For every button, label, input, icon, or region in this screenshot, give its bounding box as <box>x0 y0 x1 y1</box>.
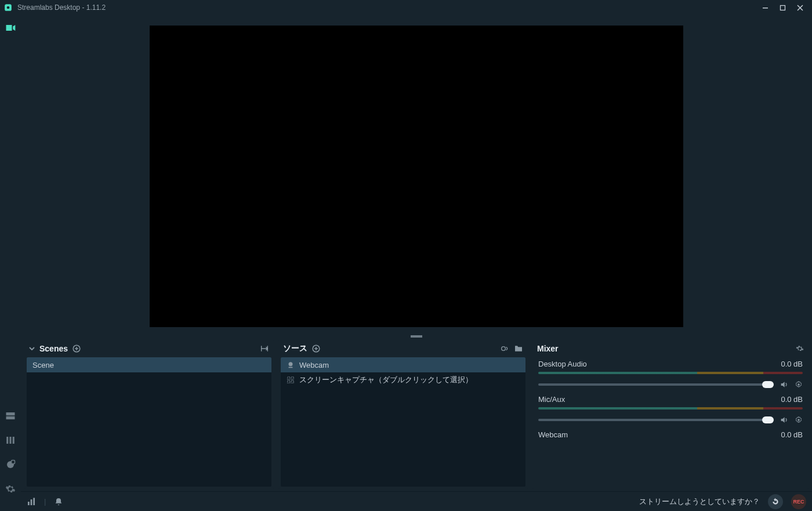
source-item[interactable]: スクリーンキャプチャ（ダブルクリックして選択） <box>281 372 525 387</box>
mixer-channel: Webcam 0.0 dB <box>538 430 803 439</box>
source-item-label: スクリーンキャプチャ（ダブルクリックして選択） <box>299 375 473 385</box>
svg-point-13 <box>502 347 506 351</box>
screen-capture-icon <box>287 376 295 384</box>
mixer-channel-name: Webcam <box>538 430 568 439</box>
svg-rect-4 <box>6 412 15 415</box>
svg-rect-24 <box>33 498 35 505</box>
slider-thumb[interactable] <box>762 416 774 423</box>
preview-area <box>21 15 812 338</box>
scenes-title: Scenes <box>39 344 68 353</box>
svg-point-21 <box>798 419 800 421</box>
svg-rect-8 <box>13 437 14 444</box>
source-effects-icon[interactable] <box>500 344 509 353</box>
footer-bar: | ストリームしようとしていますか？ REC <box>21 491 812 511</box>
titlebar: Streamlabs Desktop - 1.11.2 <box>0 0 812 15</box>
vu-meter <box>538 407 803 409</box>
scene-item-label: Scene <box>32 361 54 369</box>
mixer-list: Desktop Audio 0.0 dB <box>532 357 809 489</box>
source-item[interactable]: Webcam <box>281 357 525 372</box>
slider-thumb[interactable] <box>762 381 774 388</box>
speaker-icon[interactable] <box>780 380 789 389</box>
themes-icon[interactable] <box>3 433 17 447</box>
svg-rect-5 <box>6 416 15 419</box>
sources-panel: ソース <box>278 340 528 489</box>
svg-point-1 <box>7 6 10 9</box>
volume-slider[interactable] <box>538 419 774 421</box>
chevron-down-icon[interactable] <box>29 346 35 351</box>
svg-point-20 <box>798 383 800 386</box>
record-button[interactable]: REC <box>791 494 806 509</box>
record-label: REC <box>793 499 804 505</box>
preview-canvas[interactable] <box>150 26 683 327</box>
volume-slider[interactable] <box>538 383 774 386</box>
svg-rect-10 <box>12 461 15 464</box>
svg-rect-18 <box>288 380 290 383</box>
window-maximize-button[interactable] <box>774 0 791 15</box>
svg-rect-17 <box>291 377 293 379</box>
webcam-icon <box>287 361 295 369</box>
svg-rect-16 <box>288 377 290 379</box>
svg-rect-7 <box>10 437 12 444</box>
panel-resize-handle[interactable] <box>411 335 422 338</box>
gear-icon[interactable] <box>795 416 803 424</box>
stream-prompt-text: ストリームしようとしていますか？ <box>639 496 760 507</box>
svg-rect-3 <box>780 5 785 10</box>
mixer-channel: Mic/Aux 0.0 dB <box>538 395 803 425</box>
mixer-channel-name: Desktop Audio <box>538 360 587 368</box>
source-folder-icon[interactable] <box>514 344 523 353</box>
scene-transition-button[interactable] <box>260 344 269 353</box>
appstore-icon[interactable] <box>3 458 17 472</box>
left-rail <box>0 15 21 511</box>
window-minimize-button[interactable] <box>756 0 774 15</box>
sources-title: ソース <box>283 343 307 354</box>
svg-rect-19 <box>291 380 293 383</box>
svg-rect-22 <box>28 502 30 505</box>
app-icon <box>3 3 13 12</box>
mixer-channel-db: 0.0 dB <box>781 430 803 439</box>
stats-icon[interactable] <box>27 497 36 506</box>
add-source-button[interactable] <box>312 345 320 353</box>
mixer-settings-button[interactable] <box>796 345 804 353</box>
sources-list: Webcam スクリーンキャプチャ（ダブルクリックして選択） <box>281 357 525 487</box>
svg-point-14 <box>289 362 293 366</box>
svg-rect-6 <box>6 437 8 444</box>
window-close-button[interactable] <box>791 0 809 15</box>
notifications-icon[interactable] <box>54 497 63 506</box>
window-title: Streamlabs Desktop - 1.11.2 <box>17 3 106 12</box>
mixer-channel-name: Mic/Aux <box>538 395 565 404</box>
svg-rect-15 <box>289 367 293 368</box>
editor-tab-icon[interactable] <box>3 21 17 35</box>
svg-rect-23 <box>31 499 32 505</box>
source-item-label: Webcam <box>299 361 329 369</box>
vu-meter <box>538 372 803 374</box>
svg-rect-2 <box>763 8 768 9</box>
settings-icon[interactable] <box>3 482 17 496</box>
scenes-list: Scene <box>27 357 271 487</box>
undo-button[interactable] <box>768 494 783 509</box>
add-scene-button[interactable] <box>72 345 81 353</box>
mixer-channel-db: 0.0 dB <box>781 360 803 368</box>
gear-icon[interactable] <box>795 380 803 389</box>
mixer-channel-db: 0.0 dB <box>781 395 803 404</box>
mixer-panel: Mixer Desktop Audio 0.0 dB <box>532 340 809 489</box>
scene-item[interactable]: Scene <box>27 357 271 372</box>
mixer-channel: Desktop Audio 0.0 dB <box>538 360 803 389</box>
scenes-panel: Scenes Scene <box>24 340 274 489</box>
mixer-title: Mixer <box>537 344 559 353</box>
layout-icon[interactable] <box>3 409 17 423</box>
speaker-icon[interactable] <box>780 415 789 425</box>
